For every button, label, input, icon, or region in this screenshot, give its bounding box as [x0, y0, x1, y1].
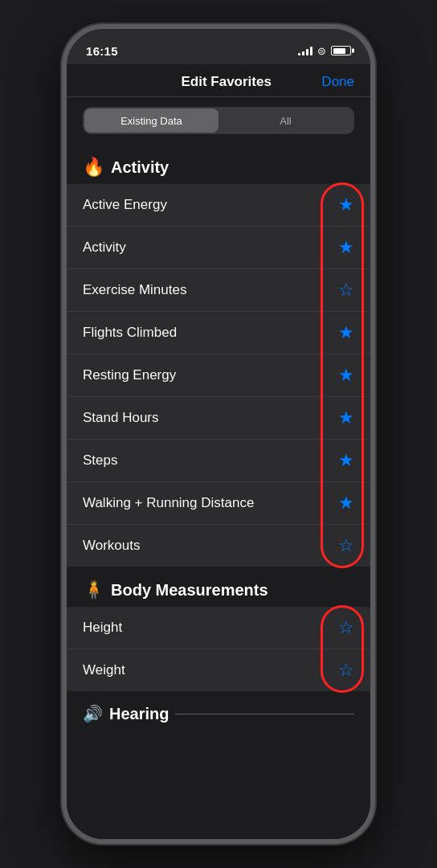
item-label-steps: Steps	[83, 452, 117, 469]
hearing-section-header: 🔊 Hearing	[67, 691, 370, 730]
activity-section-title: Activity	[111, 158, 169, 177]
list-item[interactable]: Resting Energy	[67, 354, 370, 397]
favorite-star-weight[interactable]	[338, 660, 354, 681]
activity-section-icon: 🔥	[83, 157, 104, 178]
item-label-weight: Weight	[83, 662, 125, 678]
screen: Edit Favorites Done Existing Data All 🔥 …	[67, 64, 370, 839]
favorite-star-resting-energy[interactable]	[338, 365, 354, 386]
scroll-content[interactable]: 🔥 Activity Active Energy Activity Exerci…	[67, 144, 370, 839]
nav-header: Edit Favorites Done	[67, 64, 370, 97]
item-label-workouts: Workouts	[83, 538, 141, 554]
body-measurements-list: Height Weight	[67, 607, 370, 691]
favorite-star-exercise-minutes[interactable]	[338, 280, 354, 301]
item-label-exercise-minutes: Exercise Minutes	[83, 282, 186, 298]
activity-list: Active Energy Activity Exercise Minutes …	[67, 184, 370, 567]
activity-list-wrapper: Active Energy Activity Exercise Minutes …	[67, 184, 370, 567]
body-measurements-section-header: 🧍 Body Measurements	[67, 567, 370, 607]
status-time: 16:15	[86, 44, 118, 58]
segment-control: Existing Data All	[83, 107, 354, 134]
battery-icon	[331, 46, 351, 55]
list-item[interactable]: Activity	[67, 227, 370, 269]
list-item[interactable]: Exercise Minutes	[67, 269, 370, 312]
activity-section-header: 🔥 Activity	[67, 144, 370, 184]
favorite-star-workouts[interactable]	[338, 535, 354, 556]
item-label-stand-hours: Stand Hours	[83, 410, 159, 426]
hearing-section-title: Hearing	[109, 705, 169, 723]
item-label-walking-running: Walking + Running Distance	[83, 495, 254, 511]
status-icons: ⊜	[298, 45, 351, 57]
hearing-divider	[175, 714, 354, 714]
list-item[interactable]: Height	[67, 607, 370, 649]
favorite-star-activity[interactable]	[338, 237, 354, 258]
list-item[interactable]: Steps	[67, 440, 370, 482]
list-item[interactable]: Workouts	[67, 525, 370, 567]
body-measurements-list-wrapper: Height Weight	[67, 607, 370, 691]
page-title: Edit Favorites	[131, 74, 321, 90]
list-item[interactable]: Walking + Running Distance	[67, 482, 370, 525]
item-label-flights-climbed: Flights Climbed	[83, 325, 177, 341]
list-item[interactable]: Active Energy	[67, 184, 370, 227]
favorite-star-active-energy[interactable]	[338, 194, 354, 215]
notch	[166, 29, 271, 51]
body-measurements-icon: 🧍	[83, 579, 104, 600]
list-item[interactable]: Stand Hours	[67, 397, 370, 440]
item-label-active-energy: Active Energy	[83, 197, 167, 213]
favorite-star-steps[interactable]	[338, 450, 354, 471]
done-button[interactable]: Done	[321, 74, 354, 90]
hearing-icon: 🔊	[83, 704, 103, 723]
segment-all[interactable]: All	[218, 108, 353, 133]
wifi-icon: ⊜	[317, 45, 326, 57]
segment-existing-data[interactable]: Existing Data	[84, 108, 218, 133]
body-measurements-title: Body Measurements	[111, 581, 268, 600]
item-label-resting-energy: Resting Energy	[83, 367, 176, 383]
favorite-star-flights-climbed[interactable]	[338, 322, 354, 343]
item-label-activity: Activity	[83, 240, 126, 256]
list-item[interactable]: Weight	[67, 649, 370, 691]
item-label-height: Height	[83, 620, 122, 636]
signal-icon	[298, 46, 312, 55]
list-item[interactable]: Flights Climbed	[67, 312, 370, 354]
favorite-star-walking-running[interactable]	[338, 493, 354, 514]
favorite-star-stand-hours[interactable]	[338, 407, 354, 428]
favorite-star-height[interactable]	[338, 617, 354, 638]
phone-frame: 16:15 ⊜ Edit Favorites Done Existing Dat	[62, 24, 375, 844]
